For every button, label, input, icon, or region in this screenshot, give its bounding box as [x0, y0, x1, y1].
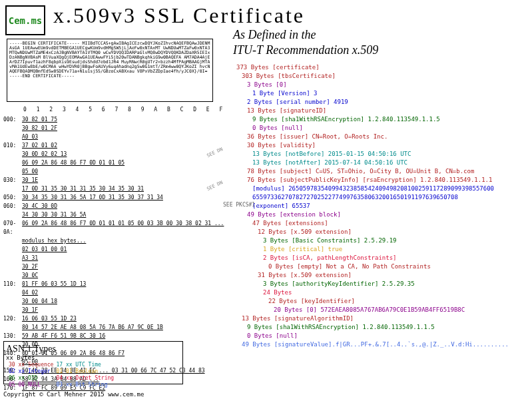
hex-row: 120:16 06 03 55 1D 23: [3, 314, 230, 323]
hex-offset: [3, 150, 22, 159]
tree-node: 3 Bytes [0]: [236, 81, 529, 89]
hex-offset: [3, 236, 22, 245]
hex-bytes: 30 82 01 75: [22, 115, 230, 124]
asn-row: 06 xx OID04 xx Octet String: [9, 375, 114, 381]
hex-offset: 130:: [3, 332, 22, 340]
hex-bytes: 30 4C 30 0D: [22, 202, 230, 210]
tree-node: 20 Bytes [0] 572EAEA8085A767AB6A79C0E1B5…: [236, 306, 529, 314]
hex-bytes: 30 00 04 18: [22, 297, 230, 306]
hex-bytes: 34 30 30 30 31 36 5A: [22, 210, 230, 219]
hex-row: 010:37 02 01 02: [3, 141, 230, 150]
asn1-tree: 373 Bytes [certificate]303 Bytes [tbsCer…: [236, 63, 529, 349]
certificate-pem-box: -----BEGIN CERTIFICATE----- MIIBdTCCAS+g…: [7, 39, 213, 102]
hex-row: 02 03 01 00 01: [3, 245, 230, 254]
hex-bytes: 05 00: [22, 167, 230, 176]
tree-node: 30 Bytes [validity]: [236, 141, 529, 150]
asn-cell: 03 xx Bit String: [56, 382, 114, 388]
tree-node: 0 Bytes [empty] Not a CA, No Path Constr…: [236, 262, 529, 271]
hex-offset: [3, 185, 22, 193]
asn1-legend-table: 30 xx Sequence17 xx UTC Time02 xx Intege…: [6, 361, 117, 388]
hex-row: 34 30 30 30 31 36 5A: [3, 210, 230, 219]
hex-offset: [3, 245, 22, 254]
hex-offset: 120:: [3, 314, 22, 323]
hex-bytes: 02 03 01 00 01: [22, 245, 230, 254]
hex-row: 110:01 FF 06 03 55 1D 13: [3, 280, 230, 288]
tree-node: [modulus] 265059783540994323858542409498…: [236, 185, 529, 193]
hex-row: 130:59 AB 4F F6 51 9B 8C 30 16: [3, 332, 230, 340]
hex-row: 30 1F: [3, 306, 230, 314]
asn-row: 30 xx Sequence17 xx UTC Time: [9, 362, 114, 368]
hex-offset: [3, 306, 22, 314]
hex-offset: [3, 124, 22, 133]
tree-node: 13 Bytes [notBefore] 2015-01-15 04:50:16…: [236, 150, 529, 159]
tree-node: 1 Byte [critical] true: [236, 245, 529, 254]
asn-cell: 06 xx OID: [9, 375, 53, 381]
hex-row: 04 02: [3, 288, 230, 297]
hex-bytes: 17 0D 31 35 30 31 31 35 30 34 35 30 31: [22, 185, 230, 193]
hex-bytes: 30 82 01 2F: [22, 124, 230, 133]
hex-bytes: 06 09 2A 86 48 86 F7 0D 01 01 05: [22, 159, 230, 167]
tree-node: 1 Byte [Version] 3: [236, 89, 529, 98]
hex-offset: [3, 262, 22, 271]
asn1-legend-sub: xx Bytes: [6, 354, 180, 361]
hex-row: 06 09 2A 86 48 86 F7 0D 01 01 05: [3, 159, 230, 167]
hex-offset: [3, 210, 22, 219]
hex-row: 17 0D 31 35 30 31 31 35 30 34 35 30 31: [3, 185, 230, 193]
hex-row: 30 82 01 2F: [3, 124, 230, 133]
tree-node: 31 Bytes [x.509 extension]: [236, 271, 529, 280]
logo: Cem.ms: [5, 5, 45, 35]
hex-bytes: modulus hex bytes...: [22, 236, 230, 245]
hex-bytes: 30 34 35 30 31 36 5A 17 0D 31 35 30 37 3…: [22, 193, 230, 202]
tree-node: 47 Bytes [extensions]: [236, 219, 529, 228]
hex-row: A0 03: [3, 133, 230, 141]
tree-node: 13 Bytes [signatureID]: [236, 107, 529, 115]
tree-node: 9 Bytes [sha1WithRSAEncryption] 1.2.840.…: [236, 323, 529, 332]
asn-cell: 30 xx Sequence: [9, 362, 53, 368]
hex-bytes: A0 03: [22, 133, 230, 141]
tree-node: 0 Bytes [null]: [236, 332, 529, 340]
hex-bytes: 30 1F: [22, 306, 230, 314]
tree-node: 2 Bytes [serial number] 4919: [236, 98, 529, 107]
hex-offset: 110:: [3, 280, 22, 288]
hex-bytes: 06 09 2A 86 48 86 F7 0D 01 01 01 05 00 0…: [22, 219, 230, 236]
hex-offset: [3, 271, 22, 280]
asn-cell: 05 00 NULL: [9, 382, 53, 388]
tree-node: 78 Bytes [subject] C=US, ST=Ohio, O=City…: [236, 167, 529, 176]
hex-offset: [3, 288, 22, 297]
hex-row: 000:30 82 01 75: [3, 115, 230, 124]
hex-row: modulus hex bytes...: [3, 236, 230, 245]
hex-row: 060: 30 4C 30 0D: [3, 202, 230, 210]
hex-offset: [3, 159, 22, 167]
hex-bytes: 30 0C: [22, 271, 230, 280]
tree-node: 373 Bytes [certificate]: [236, 63, 529, 72]
asn-row: 05 00 NULL03 xx Bit String: [9, 382, 114, 388]
hex-row: 070-0A:06 09 2A 86 48 86 F7 0D 01 01 01 …: [3, 219, 230, 236]
asn-cell: 01 01 Boolean: [56, 368, 114, 374]
hex-row: 030:30 1E: [3, 176, 230, 185]
hex-row: 80 14 57 2E AE A8 08 5A 76 7A B6 A7 9C 0…: [3, 323, 230, 332]
hex-bytes: 30 0D 02 02 13: [22, 150, 230, 159]
asn-cell: 17 xx UTC Time: [56, 362, 114, 368]
hex-offset: 060:: [3, 202, 22, 210]
hex-bytes: 37 02 01 02: [22, 141, 230, 150]
hex-bytes: 30 1E: [22, 176, 230, 185]
hex-offset: [3, 167, 22, 176]
hex-bytes: 59 AB 4F F6 51 9B 8C 30 16: [22, 332, 230, 340]
tree-node: 36 Bytes [issuer] CN=Root, O=Roots Inc.: [236, 133, 529, 141]
hex-row: 050:30 34 35 30 31 36 5A 17 0D 31 35 30 …: [3, 193, 230, 202]
tree-node: 9 Bytes [sha1WithRSAEncryption] 1.2.840.…: [236, 115, 529, 124]
hex-offset: [3, 323, 22, 332]
logo-text: Cem.ms: [9, 15, 43, 26]
tree-node: 49 Bytes [extension block]: [236, 210, 529, 219]
hex-offset: [3, 297, 22, 306]
hex-row: 05 00: [3, 167, 230, 176]
hex-bytes: A3 31: [22, 254, 230, 262]
tree-node: 13 Bytes [signatureAlgorithmID]: [236, 314, 529, 323]
asn-cell: 02 xx Integer: [9, 368, 53, 374]
tree-node: 6559733627078272702522774997635806320016…: [236, 193, 529, 202]
hex-bytes: 80 14 57 2E AE A8 08 5A 76 7A B6 A7 9C 0…: [22, 323, 230, 332]
tree-node: 12 Bytes [x.509 extension]: [236, 228, 529, 236]
subtitle-1: As Defined in the: [233, 28, 316, 42]
hex-bytes: 30 2F: [22, 262, 230, 271]
tree-node: 13 Bytes [notAfter] 2015-07-14 04:50:16 …: [236, 159, 529, 167]
